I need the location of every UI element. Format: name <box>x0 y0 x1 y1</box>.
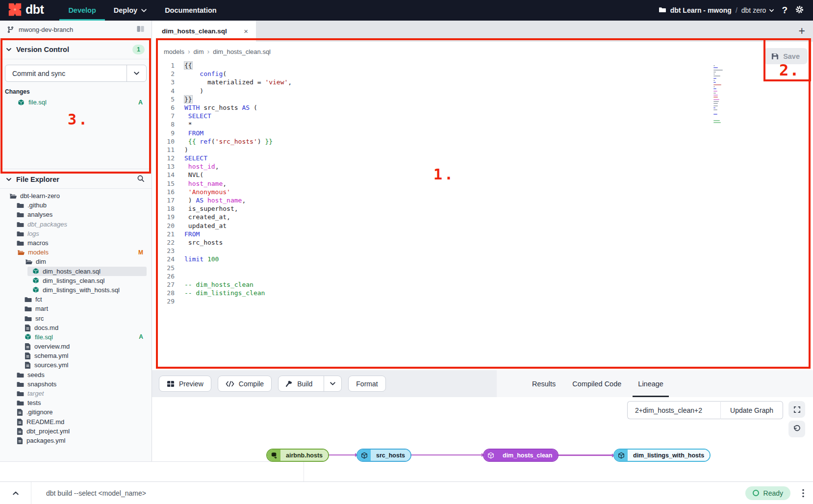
nav-item-deploy[interactable]: Deploy <box>105 0 156 21</box>
tab-lineage[interactable]: Lineage <box>630 370 672 397</box>
code-line[interactable]: 26 <box>152 272 813 280</box>
new-tab-button[interactable]: + <box>799 25 813 38</box>
chevron-down-icon[interactable] <box>6 47 12 52</box>
tree-item--gitignore[interactable]: .gitignore <box>0 407 152 417</box>
code-line[interactable]: 20 updated_at <box>152 222 813 230</box>
code-line[interactable]: 12SELECT <box>152 154 813 162</box>
tree-item-docs-md[interactable]: docs.md <box>0 323 152 332</box>
breadcrumb-segment[interactable]: models <box>164 48 184 55</box>
minimap-line <box>713 103 718 104</box>
lineage-node-dim-listings-with-hosts[interactable]: dim_listings_with_hosts <box>613 449 711 462</box>
tree-item-mart[interactable]: mart <box>0 304 152 313</box>
project-selector[interactable]: dbt Learn - mwong / dbt zero <box>659 6 775 14</box>
code-area[interactable]: 1{{2 config(3 materialized = 'view',4 )5… <box>152 61 813 370</box>
build-options-chevron[interactable] <box>324 376 341 391</box>
tree-item-schema-yml[interactable]: schema.yml <box>0 351 152 360</box>
tree-item-fct[interactable]: fct <box>0 295 152 304</box>
commit-options-chevron[interactable] <box>127 65 146 81</box>
code-line[interactable]: 23 <box>152 247 813 255</box>
format-button[interactable]: Format <box>348 376 385 392</box>
tree-item-target[interactable]: target <box>0 389 152 398</box>
tree-item-dim-listings-with-hosts-sql[interactable]: dim_listings_with_hosts.sql <box>0 285 152 295</box>
lineage-node-src-hosts[interactable]: src_hosts <box>356 449 411 462</box>
nav-item-documentation[interactable]: Documentation <box>156 0 226 21</box>
code-line[interactable]: 11) <box>152 146 813 154</box>
tree-item-dim-hosts-clean-sql[interactable]: dim_hosts_clean.sql <box>27 267 147 276</box>
code-line[interactable]: 25 <box>152 264 813 272</box>
file-icon <box>25 352 31 359</box>
code-line[interactable]: 29 <box>152 297 813 305</box>
code-line[interactable]: 24limit 100 <box>152 255 813 263</box>
folder-icon <box>25 315 32 322</box>
code-line[interactable]: 28-- dim_listings_clean <box>152 289 813 297</box>
tree-item-seeds[interactable]: seeds <box>0 370 152 379</box>
docs-panel-icon[interactable] <box>136 25 145 34</box>
tab-compiled-code[interactable]: Compiled Code <box>564 370 630 397</box>
code-line[interactable]: 9 FROM <box>152 129 813 137</box>
settings-gear-icon[interactable] <box>795 5 804 16</box>
tab-dim-hosts-clean[interactable]: dim_hosts_clean.sql × <box>152 21 256 42</box>
tree-item-dbt-learn-zero[interactable]: dbt-learn-zero <box>0 191 152 201</box>
environment-dropdown[interactable]: dbt zero <box>741 6 775 14</box>
command-drawer-toggle[interactable] <box>0 482 31 504</box>
breadcrumb-segment[interactable]: dim <box>194 48 204 55</box>
chevron-down-icon[interactable] <box>6 176 12 182</box>
lineage-selector-input[interactable] <box>627 401 721 419</box>
tab-results[interactable]: Results <box>524 370 564 397</box>
tree-item-snapshots[interactable]: snapshots <box>0 379 152 389</box>
code-line[interactable]: 15 host_name, <box>152 179 813 188</box>
compile-button[interactable]: Compile <box>218 376 272 392</box>
kebab-menu[interactable] <box>802 489 804 498</box>
tree-item-readme-md[interactable]: README.md <box>0 417 152 427</box>
dbt-logo[interactable]: dbt <box>0 0 49 21</box>
tree-item-analyses[interactable]: analyses <box>0 210 152 219</box>
main-nav: DevelopDeployDocumentation <box>59 0 225 21</box>
tree-item-src[interactable]: src <box>0 313 152 323</box>
tree-item-dim[interactable]: dim <box>0 257 152 266</box>
tree-item-logs[interactable]: logs <box>0 229 152 238</box>
tree-item-dbt-project-yml[interactable]: dbt_project.yml <box>0 427 152 436</box>
command-input[interactable]: dbt build --select <model_name> <box>31 489 146 497</box>
code-line[interactable]: 27-- dim_hosts_clean <box>152 280 813 289</box>
update-graph-button[interactable]: Update Graph <box>721 401 783 419</box>
breadcrumb-segment[interactable]: dim_hosts_clean.sql <box>213 48 271 55</box>
search-icon[interactable] <box>137 175 145 184</box>
code-line[interactable]: 14 NVL( <box>152 171 813 179</box>
code-line[interactable]: 19 created_at, <box>152 213 813 221</box>
build-button[interactable]: Build <box>278 376 342 392</box>
code-line[interactable]: 10 {{ ref('src_hosts') }} <box>152 137 813 146</box>
tree-item-label: schema.yml <box>34 352 68 359</box>
nav-item-develop[interactable]: Develop <box>59 0 104 21</box>
tree-item-packages-yml[interactable]: packages.yml <box>0 436 152 445</box>
code-line[interactable]: 13 host_id, <box>152 162 813 171</box>
tree-item-sources-yml[interactable]: sources.yml <box>0 360 152 370</box>
code-line[interactable]: 16 'Anonymous' <box>152 188 813 196</box>
commit-and-sync-button[interactable]: Commit and sync <box>5 65 147 82</box>
lineage-node-dim-hosts-clean[interactable]: dim_hosts_clean <box>483 449 559 462</box>
tree-item-dim-listings-clean-sql[interactable]: dim_listings_clean.sql <box>0 276 152 285</box>
reset-view-button[interactable] <box>788 421 805 437</box>
lineage-node-airbnb-hosts[interactable]: airbnb.hosts <box>266 449 329 462</box>
minimap[interactable] <box>713 65 725 126</box>
tree-item-macros[interactable]: macros <box>0 238 152 248</box>
tree-item-tests[interactable]: tests <box>0 398 152 407</box>
branch-selector[interactable]: mwong-dev-branch <box>0 21 152 39</box>
grid-icon <box>167 380 175 387</box>
close-icon[interactable]: × <box>244 27 248 35</box>
tree-item-file-sql[interactable]: file.sqlA <box>0 332 152 342</box>
code-editor[interactable]: models›dim›dim_hosts_clean.sql Save 1{{2… <box>152 42 813 370</box>
tree-item-dbt-packages[interactable]: dbt_packages <box>0 220 152 229</box>
code-line[interactable]: 22 src_hosts <box>152 238 813 247</box>
changed-file-row[interactable]: file.sqlA <box>0 98 152 107</box>
tree-item-overview-md[interactable]: overview.md <box>0 342 152 351</box>
preview-button[interactable]: Preview <box>159 376 211 392</box>
code-text: is_superhost, <box>175 204 238 213</box>
code-line[interactable]: 17 ) AS host_name, <box>152 196 813 204</box>
tree-item-models[interactable]: modelsM <box>0 248 152 257</box>
fullscreen-button[interactable] <box>788 401 805 418</box>
help-button[interactable]: ? <box>782 5 788 16</box>
tree-item--github[interactable]: .github <box>0 201 152 210</box>
minimap-line <box>713 74 715 75</box>
code-line[interactable]: 21FROM <box>152 230 813 238</box>
code-line[interactable]: 18 is_superhost, <box>152 204 813 213</box>
